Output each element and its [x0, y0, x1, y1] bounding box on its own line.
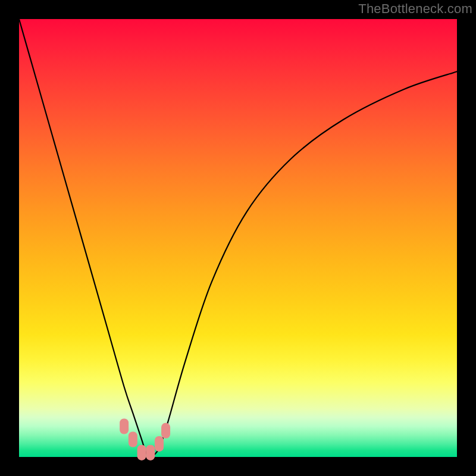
curve-marker: [146, 445, 155, 461]
curve-marker: [120, 418, 129, 434]
curve-marker: [155, 436, 164, 452]
bottleneck-curve-line: [19, 19, 457, 457]
curve-marker: [129, 432, 137, 447]
curve-marker: [161, 423, 170, 439]
plot-area: [19, 19, 457, 457]
outer-frame: TheBottleneck.com: [0, 0, 476, 476]
watermark-text: TheBottleneck.com: [358, 1, 472, 17]
bottleneck-chart: [19, 19, 457, 457]
curve-marker: [137, 445, 146, 461]
curve-markers: [120, 418, 170, 460]
